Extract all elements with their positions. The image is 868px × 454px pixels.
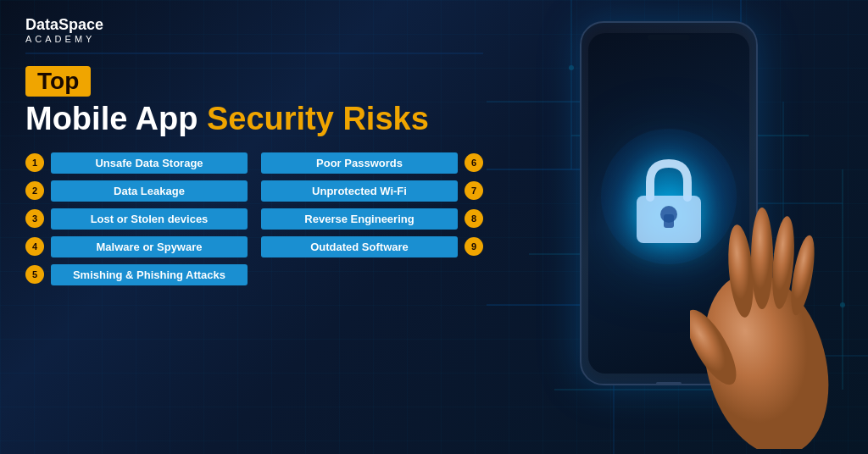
- left-panel: DataSpace ACADEMY Top Mobile App Securit…: [0, 0, 509, 454]
- list-item: Reverse Engineering 8: [261, 208, 483, 230]
- svg-point-28: [751, 208, 773, 309]
- phone-notch: [648, 35, 690, 40]
- list-item: 1 Unsafe Data Storage: [25, 152, 248, 174]
- item-number-6: 6: [465, 153, 483, 172]
- list-item: Unprotected Wi-Fi 7: [261, 180, 483, 202]
- list-item: Outdated Software 9: [261, 236, 483, 257]
- item-label-4: Malware or Spyware: [51, 236, 248, 257]
- list-item: 4 Malware or Spyware: [25, 236, 248, 257]
- list-item: 2 Data Leakage: [25, 180, 248, 202]
- item-number-4: 4: [25, 237, 44, 256]
- logo-text: DataSpace: [25, 17, 483, 34]
- hand-svg: [690, 195, 843, 449]
- logo: DataSpace ACADEMY: [25, 17, 483, 44]
- logo-brand-data: DataSpace: [25, 16, 103, 33]
- item-label-3: Lost or Stolen devices: [51, 208, 248, 230]
- item-number-8: 8: [465, 209, 483, 228]
- item-number-5: 5: [25, 265, 44, 284]
- item-number-7: 7: [465, 181, 483, 200]
- item-label-5: Smishing & Phishing Attacks: [51, 264, 248, 285]
- title-white: Mobile App: [25, 101, 207, 136]
- logo-academy: ACADEMY: [25, 34, 483, 44]
- list-item: Poor Passwords 6: [261, 152, 483, 174]
- item-number-2: 2: [25, 181, 44, 200]
- items-container: 1 Unsafe Data Storage 2 Data Leakage 3 L…: [25, 152, 483, 285]
- hand-illustration: [690, 195, 843, 449]
- item-number-9: 9: [465, 237, 483, 256]
- list-item: 3 Lost or Stolen devices: [25, 208, 248, 230]
- title-section: Top Mobile App Security Risks: [25, 66, 483, 137]
- item-label-6: Poor Passwords: [261, 152, 458, 174]
- item-number-3: 3: [25, 209, 44, 228]
- items-right-column: Poor Passwords 6 Unprotected Wi-Fi 7 Rev…: [261, 152, 483, 285]
- item-label-9: Outdated Software: [261, 236, 458, 257]
- top-badge: Top: [25, 66, 91, 97]
- item-label-2: Data Leakage: [51, 180, 248, 202]
- main-title: Mobile App Security Risks: [25, 102, 483, 137]
- item-label-8: Reverse Engineering: [261, 208, 458, 230]
- phone-home-bar: [656, 382, 682, 385]
- items-left-column: 1 Unsafe Data Storage 2 Data Leakage 3 L…: [25, 152, 248, 285]
- title-orange: Security Risks: [207, 101, 429, 136]
- item-label-1: Unsafe Data Storage: [51, 152, 248, 174]
- item-label-7: Unprotected Wi-Fi: [261, 180, 458, 202]
- accent-line: [25, 53, 483, 54]
- svg-rect-24: [664, 214, 674, 228]
- list-item: 5 Smishing & Phishing Attacks: [25, 264, 248, 285]
- phone-scene: [512, 8, 851, 449]
- item-number-1: 1: [25, 153, 44, 172]
